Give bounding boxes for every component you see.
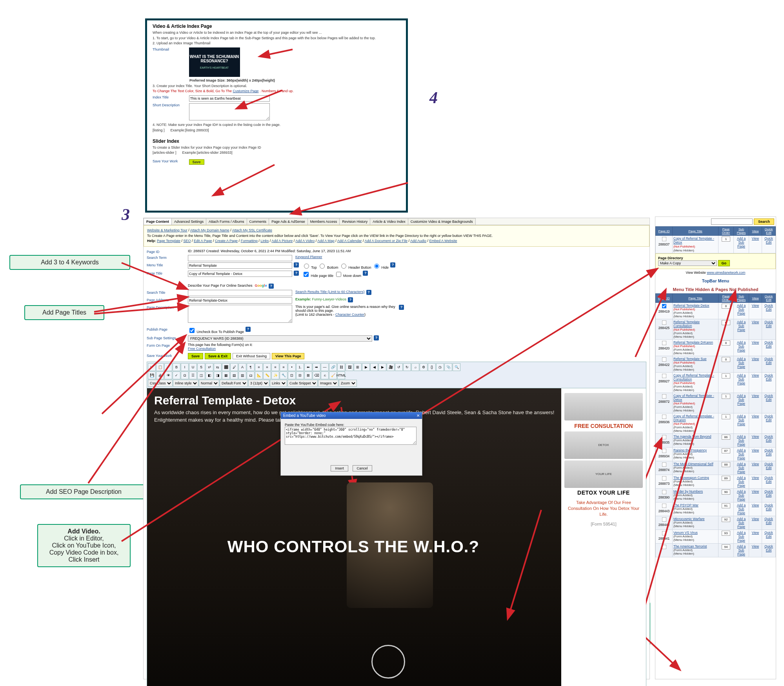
view-link[interactable]: View (752, 435, 759, 439)
order-input[interactable] (722, 373, 730, 378)
help-icon[interactable]: ? (390, 262, 395, 267)
rte-button[interactable]: 🖼 (346, 363, 353, 371)
view-link[interactable]: View (752, 489, 759, 493)
rte-button[interactable]: 🎥 (387, 363, 395, 371)
quick-edit-link[interactable]: Quick Edit (764, 373, 773, 381)
save-button[interactable]: Save (188, 353, 203, 359)
row-title-link[interactable]: Referral Template Consultation (673, 320, 700, 328)
help-link[interactable]: Add A Video (295, 239, 315, 243)
row-title-link[interactable]: The Bioweapon Coming (673, 476, 709, 480)
rte-button[interactable]: ◷ (436, 363, 444, 371)
row-title-link[interactable]: Referral Template Sue (673, 357, 706, 361)
col-header[interactable]: Sub Pages (734, 227, 749, 236)
rte-button[interactable]: ⛓ (337, 363, 345, 371)
order-input[interactable] (722, 462, 730, 467)
tab-members-access[interactable]: Members Access (307, 218, 340, 225)
rte-button[interactable]: ☰ (189, 371, 197, 379)
col-header[interactable]: Quick Edit (762, 294, 776, 303)
tab-page-ads-adsense[interactable]: Page Ads & AdSense (269, 218, 308, 225)
insert-button[interactable]: Insert (331, 465, 348, 471)
select-images[interactable]: Images (318, 380, 338, 387)
row-checkbox[interactable] (662, 449, 666, 453)
row-title-link[interactable]: Referral Template Detox (673, 304, 709, 308)
rte-button[interactable]: 🔗 (329, 363, 337, 371)
order-input[interactable] (722, 237, 730, 242)
row-checkbox[interactable] (662, 531, 666, 536)
rte-button[interactable]: ⬅ (304, 363, 312, 371)
rte-button[interactable]: 📐 (255, 371, 263, 379)
rte-button[interactable]: HTML (337, 371, 345, 379)
checkbox-move-down-label[interactable]: Move down (335, 274, 362, 278)
quick-edit-link[interactable]: Quick Edit (764, 357, 773, 365)
row-title-link[interactable]: The PSYOP War (673, 503, 699, 507)
help-link[interactable]: Formatting (241, 239, 258, 243)
checkbox-publish[interactable] (189, 328, 195, 333)
checkbox-hide-title-label[interactable]: Hide page title (302, 274, 333, 278)
textarea-short-desc[interactable] (189, 103, 270, 120)
row-checkbox[interactable] (662, 476, 666, 481)
view-link[interactable]: View (752, 304, 759, 308)
input-search-title[interactable] (188, 290, 292, 296)
tab-advanced-settings[interactable]: Advanced Settings (171, 218, 206, 225)
rte-button[interactable]: ◫ (197, 371, 205, 379)
add-sub-link[interactable]: Add a Sub Page (737, 462, 746, 474)
checkbox-hide-title[interactable] (304, 272, 309, 277)
help-link[interactable]: Create A Page (215, 239, 238, 243)
quick-edit-link[interactable]: Quick Edit (764, 237, 773, 244)
radio-header[interactable] (341, 264, 346, 269)
col-header[interactable]: View (749, 294, 762, 303)
link-search-results-title[interactable]: Search Results Title (Limit to 60 Charac… (295, 290, 365, 294)
view-link[interactable]: View (752, 503, 759, 507)
row-checkbox[interactable] (662, 320, 666, 325)
save-button-panel4[interactable]: Save (189, 159, 204, 165)
rte-button[interactable]: 📎 (444, 363, 452, 371)
rte-button[interactable]: ◨ (214, 371, 222, 379)
row-title-link[interactable]: Venom VS Virus (673, 531, 698, 535)
rte-button[interactable]: ⌫ (313, 371, 320, 379)
row-checkbox[interactable] (662, 517, 666, 522)
help-link[interactable]: Edit A Page (194, 239, 212, 243)
add-sub-link[interactable]: Add a Sub Page (737, 476, 746, 488)
select-css-class[interactable]: Css Class (148, 380, 173, 387)
rte-button[interactable]: ▶ (378, 363, 386, 371)
order-input[interactable] (722, 544, 730, 550)
select-links[interactable]: Links (270, 380, 287, 387)
row-title-link[interactable]: Referral Template DrKaren (673, 340, 713, 344)
select-inline-style[interactable]: Inline style (173, 380, 198, 387)
row-checkbox[interactable] (662, 237, 666, 242)
rte-button[interactable]: A (238, 363, 246, 371)
select-font[interactable]: Default Font (220, 380, 248, 387)
editor-body[interactable]: Referral Template - Detox As worldwide c… (147, 388, 646, 686)
help-icon[interactable]: ? (246, 327, 251, 332)
tab-attach-forms-albums[interactable]: Attach Forms / Albums (206, 218, 247, 225)
exit-button[interactable]: Exit Without Saving (233, 353, 270, 359)
view-link[interactable]: View (752, 476, 759, 480)
order-input[interactable] (722, 340, 730, 346)
go-button[interactable]: Go (718, 260, 730, 266)
link-domain[interactable]: Attach My Domain Name (190, 228, 229, 232)
rte-button[interactable]: I (181, 363, 189, 371)
view-link[interactable]: View (752, 237, 759, 240)
rte-button[interactable]: Ω (181, 371, 189, 379)
help-icon[interactable]: ? (366, 290, 371, 295)
rte-button[interactable]: U (189, 363, 197, 371)
rte-button[interactable]: ↻ (403, 363, 411, 371)
view-link[interactable]: View (752, 373, 759, 377)
row-title-link[interactable]: Microcosmic Warfare (673, 517, 705, 521)
help-icon[interactable]: ? (294, 271, 299, 276)
order-input[interactable] (722, 531, 730, 536)
radio-hide-label[interactable]: Hide (372, 266, 389, 269)
row-checkbox[interactable] (662, 545, 666, 550)
order-input[interactable] (722, 517, 730, 522)
help-link[interactable]: Links (260, 239, 269, 243)
add-sub-link[interactable]: Add a Sub Page (737, 414, 746, 426)
add-sub-link[interactable]: Add a Sub Page (737, 394, 746, 406)
order-input[interactable] (722, 503, 730, 508)
view-link[interactable]: View (752, 414, 759, 418)
rte-button[interactable]: 👁 (164, 371, 172, 379)
rte-button[interactable]: ¶ (247, 363, 255, 371)
view-link[interactable]: View (752, 340, 759, 344)
help-icon[interactable]: ? (294, 262, 299, 267)
rte-button[interactable]: x² (206, 363, 213, 371)
search-input[interactable] (711, 218, 753, 225)
